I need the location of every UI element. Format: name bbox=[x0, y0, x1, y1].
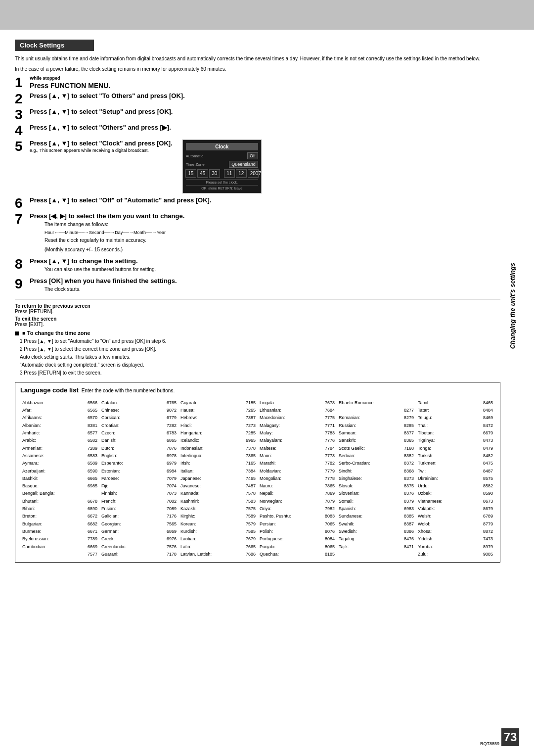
step-4: 4 Press [▲, ▼] to select "Others" and pr… bbox=[15, 124, 500, 138]
side-tab: Changing the unit's settings bbox=[505, 40, 519, 563]
step-2-num: 2 bbox=[15, 92, 26, 106]
clock-auto-row: Automatic Off bbox=[186, 152, 258, 159]
lang-entry: Assamese:6583 bbox=[22, 452, 97, 460]
return-section: To return to the previous screen Press [… bbox=[15, 303, 500, 314]
lang-entry: Bhutani:6678 bbox=[22, 498, 97, 505]
lang-entry: Thai:8472 bbox=[418, 422, 493, 429]
step-7-text: Press [◀, ▶] to select the item you want… bbox=[30, 212, 500, 221]
lang-entry: Norwegian:7879 bbox=[260, 498, 335, 505]
lang-entry: Ukrainian:8575 bbox=[418, 475, 493, 482]
main-content: Clock Settings This unit usually obtains… bbox=[15, 40, 505, 563]
lang-entry: Zulu:9085 bbox=[418, 551, 493, 558]
lang-entry: Italian:7384 bbox=[180, 468, 256, 475]
lang-entry: Hausa:7265 bbox=[180, 407, 256, 414]
lang-code-subtitle: Enter the code with the numbered buttons… bbox=[82, 388, 175, 393]
lang-code-section: Language code list Enter the code with t… bbox=[15, 382, 500, 563]
lang-col-3: Lingala:7678Lithuanian:7684Macedonian:77… bbox=[258, 399, 337, 558]
step-7-subnote3: (Monthly accuracy +/– 15 seconds.) bbox=[44, 246, 500, 253]
lang-entry: Malayalam:7776 bbox=[260, 437, 335, 444]
lang-entry: Chinese:9072 bbox=[101, 407, 177, 414]
step-5-text: Press [▲, ▼] to select "Clock" and press… bbox=[30, 140, 173, 148]
step-1: 1 While stopped Press FUNCTION MENU. bbox=[15, 76, 500, 90]
intro-text-1: This unit usually obtains time and date … bbox=[15, 55, 500, 62]
timezone-header: ■ To change the time zone bbox=[15, 330, 500, 336]
lang-entry: Lingala:7678 bbox=[260, 399, 335, 407]
step-9: 9 Press [OK] when you have finished the … bbox=[15, 277, 500, 295]
content-area: Clock Settings This unit usually obtains… bbox=[0, 30, 534, 572]
lang-entry: Czech:6783 bbox=[101, 429, 177, 437]
step-6: 6 Press [▲, ▼] to select "Off" of "Autom… bbox=[15, 196, 500, 210]
lang-entry: Tigrinya:8473 bbox=[418, 437, 493, 444]
page-num: 73 bbox=[501, 728, 519, 746]
lang-entry: Tajik:8471 bbox=[339, 543, 414, 551]
lang-entry: Latvian, Lettish:7686 bbox=[180, 551, 256, 558]
lang-entry: Tamil:8465 bbox=[418, 399, 493, 407]
lang-entry: Estonian:6984 bbox=[101, 468, 177, 475]
lang-entry: Urdu:8582 bbox=[418, 482, 493, 490]
clock-auto-label: Automatic bbox=[186, 154, 204, 158]
lang-entry: Punjabi:8065 bbox=[260, 543, 335, 551]
step-3-num: 3 bbox=[15, 108, 26, 122]
lang-entry: Twi:8487 bbox=[418, 468, 493, 475]
lang-entry: Interlingua:7365 bbox=[180, 452, 256, 460]
exit-section: To exit the screen Press [EXIT]. bbox=[15, 316, 500, 327]
lang-entry: Georgian:7565 bbox=[101, 520, 177, 528]
lang-entry: Romanian:8279 bbox=[339, 414, 414, 422]
lang-entry: Fiji:7074 bbox=[101, 482, 177, 490]
lang-entry: Hindi:7273 bbox=[180, 422, 256, 429]
step-5-text-area: Press [▲, ▼] to select "Clock" and press… bbox=[30, 140, 173, 154]
lang-entry: Icelandic:6965 bbox=[180, 437, 256, 444]
lang-entry: Tatar:8484 bbox=[418, 407, 493, 414]
lang-entry: Faroese:7079 bbox=[101, 475, 177, 482]
clock-tz-row: Time Zone Queensland bbox=[186, 161, 258, 168]
lang-entry: Nepali:7869 bbox=[260, 490, 335, 497]
lang-entry: Javanese:7487 bbox=[180, 482, 256, 490]
step-6-num: 6 bbox=[15, 196, 26, 210]
lang-entry: Wolof:8779 bbox=[418, 520, 493, 528]
clock-tz-value: Queensland bbox=[229, 161, 258, 168]
lang-entry: Esperanto:6979 bbox=[101, 460, 177, 467]
lang-entry: Albanian:8381 bbox=[22, 422, 97, 429]
lang-entry: Quechua:8185 bbox=[260, 551, 335, 558]
tz-item-3: Auto clock setting starts. This takes a … bbox=[20, 353, 500, 361]
step-4-content: Press [▲, ▼] to select "Others" and pres… bbox=[30, 124, 500, 132]
lang-entry: Kurdish:7585 bbox=[180, 528, 256, 535]
lang-entry: Korean:7579 bbox=[180, 520, 256, 528]
lang-entry: Swedish:8386 bbox=[339, 528, 414, 535]
exit-label: To exit the screen bbox=[15, 316, 500, 322]
step-1-content: While stopped Press FUNCTION MENU. bbox=[30, 76, 500, 90]
lang-entry: Sindhi:8368 bbox=[339, 468, 414, 475]
lang-entry: Samoan:8377 bbox=[339, 429, 414, 437]
clock-sep bbox=[221, 169, 223, 178]
step-7-subnote1: The items change as follows: bbox=[44, 221, 500, 228]
lang-entry: Gujarati:7185 bbox=[180, 399, 256, 407]
step-7-subnote2: Reset the clock regularly to maintain ac… bbox=[44, 236, 500, 244]
lang-entry: Mongolian:7778 bbox=[260, 475, 335, 482]
lang-entry: Catalan:6765 bbox=[101, 399, 177, 407]
lang-col-1: Catalan:6765Chinese:9072Corsican:6779Cro… bbox=[99, 399, 178, 558]
lang-entry: 8277 bbox=[339, 407, 414, 414]
lang-entry: Bihari:6890 bbox=[22, 505, 97, 513]
clock-ok-note: OK: alone RETURN: leave bbox=[186, 185, 258, 190]
lang-entry: Bengali; Bangla: bbox=[22, 490, 97, 497]
lang-entry: Sundanese:8385 bbox=[339, 513, 414, 520]
step-7-num: 7 bbox=[15, 212, 26, 226]
lang-entry: Yiddish:7473 bbox=[418, 535, 493, 543]
clock-sec: 30 bbox=[209, 169, 220, 178]
step-4-num: 4 bbox=[15, 124, 26, 138]
lang-col-2: Gujarati:7185Hausa:7265Hebrew:7387Hindi:… bbox=[178, 399, 258, 558]
lang-entry: Afar:6565 bbox=[22, 407, 97, 414]
lang-entry: Greenlandic:7576 bbox=[101, 543, 177, 551]
model-num: RQT8859 bbox=[480, 741, 499, 746]
lang-entry: Armenian:7289 bbox=[22, 445, 97, 452]
timezone-section: ■ To change the time zone 1 Press [▲, ▼]… bbox=[15, 330, 500, 377]
eg-note: e.g., This screen appears while receivin… bbox=[30, 148, 173, 153]
timezone-header-text: ■ To change the time zone bbox=[22, 330, 90, 336]
lang-entry: 7577 bbox=[22, 551, 97, 558]
step-2: 2 Press [▲, ▼] to select "To Others" and… bbox=[15, 92, 500, 106]
step-3: 3 Press [▲, ▼] to select "Setup" and pre… bbox=[15, 108, 500, 122]
lang-entry: Bashkir:6665 bbox=[22, 475, 97, 482]
lang-entry: Irish:7165 bbox=[180, 460, 256, 467]
step-8: 8 Press [▲, ▼] to change the setting. Yo… bbox=[15, 257, 500, 275]
lang-entry: Spanish:6983 bbox=[339, 505, 414, 513]
